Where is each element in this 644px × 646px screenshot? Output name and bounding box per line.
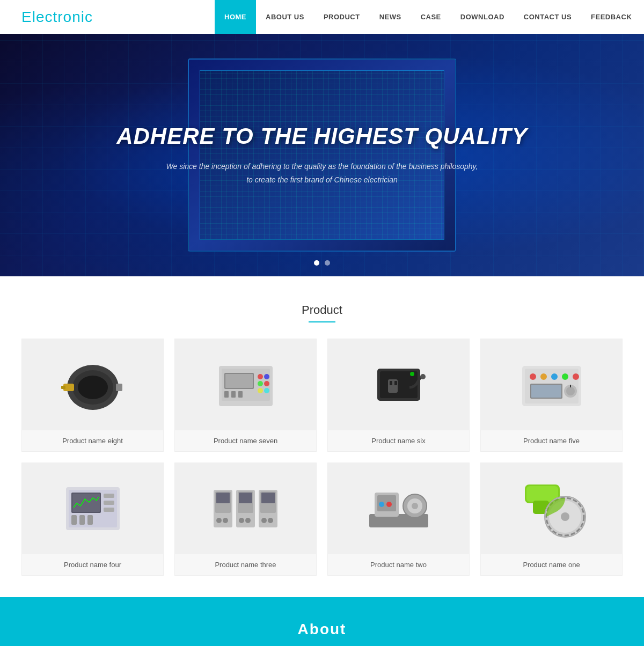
nav-item-home[interactable]: HOME: [215, 0, 256, 34]
svg-rect-17: [231, 391, 236, 398]
section-title-wrap: Product: [21, 303, 623, 322]
svg-point-25: [410, 372, 414, 376]
nav-item-about[interactable]: ABOUT US: [256, 0, 314, 34]
svg-point-76: [561, 512, 569, 521]
svg-point-68: [412, 503, 418, 509]
section-underline: [309, 321, 335, 322]
logo[interactable]: Electronic: [0, 9, 215, 26]
svg-point-59: [239, 518, 244, 523]
svg-point-24: [420, 374, 426, 379]
product-image-five: [481, 339, 622, 430]
product-section: Product Product name eight: [0, 276, 644, 597]
svg-rect-45: [71, 515, 77, 525]
svg-point-60: [245, 518, 251, 523]
svg-point-15: [264, 388, 269, 393]
svg-rect-43: [104, 501, 114, 505]
svg-rect-41: [72, 494, 100, 512]
product-card-four[interactable]: Product name four: [21, 463, 164, 576]
svg-rect-55: [239, 493, 252, 503]
svg-rect-4: [61, 386, 65, 389]
svg-rect-34: [531, 385, 561, 398]
svg-point-57: [216, 518, 222, 523]
svg-point-30: [551, 373, 558, 380]
footer-title: About: [298, 621, 347, 638]
navigation: HOMEABOUT USPRODUCTNEWSCASEDOWNLOADCONTA…: [215, 0, 641, 34]
product-name-eight: Product name eight: [22, 430, 163, 451]
svg-point-13: [264, 374, 269, 379]
nav-item-product[interactable]: PRODUCT: [314, 0, 370, 34]
hero-banner: ADHERE TO THE HIGHEST QUALITY We since t…: [0, 34, 644, 276]
product-name-four: Product name four: [22, 554, 163, 575]
product-image-two: [328, 463, 469, 554]
nav-item-contact[interactable]: CONTACT US: [514, 0, 581, 34]
product-image-eight: [22, 339, 163, 430]
svg-rect-9: [225, 374, 253, 388]
product-name-five: Product name five: [481, 430, 622, 451]
svg-rect-47: [87, 515, 93, 525]
product-image-six: [328, 339, 469, 430]
hero-dots: [314, 260, 330, 266]
hero-title: ADHERE TO THE HIGHEST QUALITY: [116, 123, 528, 149]
product-card-two[interactable]: Product name two: [327, 463, 470, 576]
svg-point-10: [258, 374, 263, 379]
product-image-three: [175, 463, 316, 554]
svg-point-31: [562, 373, 568, 380]
product-card-eight[interactable]: Product name eight: [21, 339, 164, 452]
svg-point-11: [258, 381, 263, 386]
nav-item-feedback[interactable]: FEEDBACK: [581, 0, 641, 34]
svg-point-29: [540, 373, 547, 380]
svg-rect-44: [104, 508, 114, 512]
section-title: Product: [21, 303, 623, 317]
svg-point-36: [566, 387, 575, 395]
product-card-one[interactable]: Product name one: [480, 463, 623, 576]
svg-point-14: [264, 381, 269, 386]
svg-rect-5: [116, 384, 122, 391]
product-image-four: [22, 463, 163, 554]
svg-point-70: [386, 502, 392, 507]
svg-rect-42: [104, 494, 114, 498]
footer-strip: About: [0, 597, 644, 646]
product-card-three[interactable]: Product name three: [174, 463, 317, 576]
svg-point-2: [78, 376, 108, 399]
svg-point-32: [573, 373, 579, 380]
nav-item-case[interactable]: CASE: [411, 0, 451, 34]
svg-point-62: [268, 518, 273, 523]
hero-dot-2[interactable]: [325, 260, 330, 266]
svg-rect-18: [238, 391, 243, 398]
hero-content: ADHERE TO THE HIGHEST QUALITY We since t…: [116, 123, 528, 187]
svg-point-28: [530, 373, 536, 380]
svg-rect-54: [216, 493, 230, 503]
product-name-two: Product name two: [328, 554, 469, 575]
product-image-seven: [175, 339, 316, 430]
product-name-seven: Product name seven: [175, 430, 316, 451]
svg-rect-46: [79, 515, 85, 525]
hero-dot-1[interactable]: [314, 260, 319, 266]
nav-item-download[interactable]: DOWNLOAD: [451, 0, 514, 34]
product-image-one: [481, 463, 622, 554]
svg-point-61: [261, 518, 267, 523]
product-name-six: Product name six: [328, 430, 469, 451]
product-name-one: Product name one: [481, 554, 622, 575]
svg-rect-72: [526, 486, 558, 502]
product-card-five[interactable]: Product name five: [480, 339, 623, 452]
svg-rect-23: [394, 381, 397, 385]
hero-subtitle-line1: We since the inception of adhering to th…: [116, 160, 528, 173]
product-card-six[interactable]: Product name six: [327, 339, 470, 452]
svg-point-12: [258, 388, 263, 393]
product-grid-row2: Product name four Product name three: [21, 463, 623, 576]
product-name-three: Product name three: [175, 554, 316, 575]
svg-rect-16: [224, 391, 229, 398]
svg-point-69: [379, 502, 384, 507]
hero-subtitle: We since the inception of adhering to th…: [116, 160, 528, 187]
svg-rect-22: [390, 381, 392, 385]
nav-item-news[interactable]: NEWS: [370, 0, 411, 34]
hero-subtitle-line2: to create the first brand of Chinese ele…: [116, 173, 528, 187]
svg-point-58: [223, 518, 228, 523]
header: Electronic HOMEABOUT USPRODUCTNEWSCASEDO…: [0, 0, 644, 34]
product-grid-row1: Product name eight Product name seven: [21, 339, 623, 452]
svg-rect-56: [261, 493, 275, 503]
product-card-seven[interactable]: Product name seven: [174, 339, 317, 452]
